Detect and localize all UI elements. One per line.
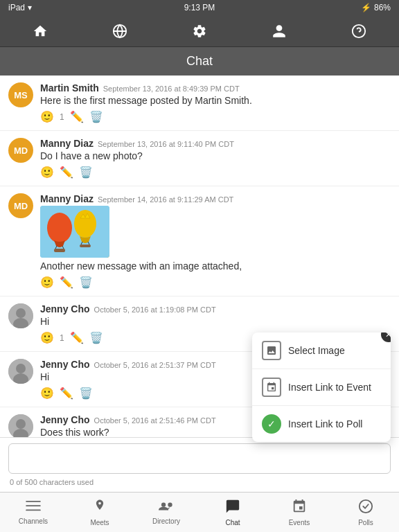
svg-point-17 bbox=[16, 364, 26, 373]
message-text: Another new message with an image attach… bbox=[40, 260, 391, 272]
avatar: MS bbox=[8, 82, 33, 107]
emoji-icon[interactable]: 🙂 bbox=[40, 331, 54, 344]
table-row: MD Manny Diaz September 14, 2016 at 9:11… bbox=[0, 186, 399, 296]
message-content: Manny Diaz September 13, 2016 at 9:11:40… bbox=[40, 138, 391, 183]
delete-icon[interactable]: 🗑️ bbox=[79, 387, 93, 400]
status-ipad: iPad bbox=[8, 3, 25, 12]
message-time: September 13, 2016 at 9:11:40 PM CDT bbox=[98, 140, 234, 148]
tab-events[interactable]: Events bbox=[266, 493, 332, 532]
delete-icon[interactable]: 🗑️ bbox=[79, 166, 93, 179]
emoji-icon[interactable]: 🙂 bbox=[40, 387, 54, 400]
message-author: Jenny Cho bbox=[40, 414, 90, 425]
insert-link-event-button[interactable]: Insert Link to Event bbox=[252, 369, 391, 406]
svg-rect-26 bbox=[26, 505, 41, 506]
status-bar: iPad ▾ 9:13 PM ⚡ 86% bbox=[0, 0, 399, 15]
reaction-count: 1 bbox=[60, 112, 64, 122]
message-header: Jenny Cho October 5, 2016 at 1:19:08 PM … bbox=[40, 303, 391, 314]
directory-tab-icon bbox=[159, 500, 174, 516]
tab-meets[interactable]: Meets bbox=[66, 493, 133, 532]
edit-icon[interactable]: ✏️ bbox=[60, 276, 73, 289]
profile-nav-icon[interactable] bbox=[266, 18, 292, 44]
avatar bbox=[8, 303, 33, 328]
message-text: Do I have a new photo? bbox=[40, 150, 391, 161]
char-count: 0 of 500 characters used bbox=[8, 477, 391, 486]
message-header: Martin Smith September 13, 2016 at 8:49:… bbox=[40, 82, 391, 94]
event-popup-icon bbox=[262, 378, 281, 397]
svg-point-30 bbox=[360, 499, 372, 512]
tab-bar: Channels Meets Directory Chat Events Pol… bbox=[0, 492, 399, 532]
message-author: Martin Smith bbox=[40, 82, 99, 94]
chat-tab-icon bbox=[225, 499, 240, 517]
svg-point-4 bbox=[47, 213, 72, 243]
polls-tab-icon bbox=[358, 499, 373, 517]
tab-directory[interactable]: Directory bbox=[133, 493, 200, 532]
bluetooth-icon: ⚡ bbox=[361, 3, 371, 12]
message-time: September 13, 2016 at 8:49:39 PM CDT bbox=[103, 85, 240, 93]
avatar bbox=[8, 414, 33, 439]
message-actions: 🙂 ✏️ 🗑️ bbox=[40, 274, 391, 293]
select-image-label: Select Image bbox=[288, 345, 345, 356]
message-text: Here is the first message posted by Mart… bbox=[40, 95, 391, 106]
status-right: ⚡ 86% bbox=[361, 3, 391, 12]
svg-rect-25 bbox=[26, 500, 41, 502]
message-time: October 5, 2016 at 1:19:08 PM CDT bbox=[94, 305, 216, 314]
edit-icon[interactable]: ✏️ bbox=[60, 166, 73, 179]
message-header: Manny Diaz September 14, 2016 at 9:11:29… bbox=[40, 193, 391, 204]
edit-icon[interactable]: ✏️ bbox=[60, 387, 73, 400]
chat-tab-label: Chat bbox=[225, 519, 240, 526]
message-actions: 🙂 ✏️ 🗑️ bbox=[40, 164, 391, 183]
edit-icon[interactable]: ✏️ bbox=[70, 331, 84, 344]
message-author: Jenny Cho bbox=[40, 303, 90, 314]
message-author: Jenny Cho bbox=[40, 359, 90, 370]
status-time: 9:13 PM bbox=[184, 3, 215, 12]
svg-point-28 bbox=[161, 502, 166, 506]
emoji-icon[interactable]: 🙂 bbox=[40, 276, 54, 289]
insert-link-event-label: Insert Link to Event bbox=[288, 382, 371, 393]
battery-level: 86% bbox=[374, 3, 391, 12]
tab-chat[interactable]: Chat bbox=[200, 493, 266, 532]
edit-icon[interactable]: ✏️ bbox=[70, 110, 84, 123]
tab-channels[interactable]: Channels bbox=[0, 493, 66, 532]
globe-nav-icon[interactable] bbox=[107, 18, 133, 44]
insert-link-poll-button[interactable]: ✓ Insert Link to Poll bbox=[252, 406, 391, 442]
wifi-icon: ▾ bbox=[28, 3, 32, 12]
status-left: iPad ▾ bbox=[8, 3, 32, 12]
settings-nav-icon[interactable] bbox=[186, 18, 213, 44]
avatar: MD bbox=[8, 193, 33, 218]
delete-icon[interactable]: 🗑️ bbox=[89, 331, 103, 344]
message-time: October 5, 2016 at 2:51:37 PM CDT bbox=[94, 361, 216, 369]
events-tab-icon bbox=[292, 499, 307, 517]
message-content: Manny Diaz September 14, 2016 at 9:11:29… bbox=[40, 193, 391, 293]
avatar: MD bbox=[8, 138, 33, 163]
home-nav-icon[interactable] bbox=[27, 18, 53, 44]
message-header: Manny Diaz September 13, 2016 at 9:11:40… bbox=[40, 138, 391, 149]
emoji-icon[interactable]: 🙂 bbox=[40, 110, 54, 123]
attachment-popup-menu: ✕ Select Image Insert Link to Event ✓ In… bbox=[252, 332, 391, 442]
polls-tab-label: Polls bbox=[358, 519, 373, 526]
message-time: October 5, 2016 at 2:51:46 PM CDT bbox=[94, 416, 216, 425]
nav-bar bbox=[0, 15, 399, 47]
svg-point-8 bbox=[74, 210, 96, 238]
channels-tab-icon bbox=[26, 500, 41, 516]
meets-tab-label: Meets bbox=[90, 519, 109, 526]
delete-icon[interactable]: 🗑️ bbox=[89, 110, 103, 123]
table-row: MD Manny Diaz September 13, 2016 at 9:11… bbox=[0, 131, 399, 186]
message-author: Manny Diaz bbox=[40, 138, 94, 149]
message-author: Manny Diaz bbox=[40, 193, 94, 204]
emoji-icon[interactable]: 🙂 bbox=[40, 166, 54, 179]
svg-point-20 bbox=[16, 419, 26, 429]
directory-tab-label: Directory bbox=[152, 517, 180, 525]
message-time: September 14, 2016 at 9:11:29 AM CDT bbox=[98, 195, 233, 204]
svg-point-29 bbox=[168, 502, 172, 506]
message-input[interactable] bbox=[8, 443, 391, 474]
insert-link-poll-label: Insert Link to Poll bbox=[288, 418, 362, 429]
select-image-button[interactable]: Select Image bbox=[252, 332, 391, 369]
meets-tab-icon bbox=[94, 499, 106, 517]
delete-icon[interactable]: 🗑️ bbox=[79, 276, 93, 289]
message-image bbox=[40, 206, 109, 258]
tab-polls[interactable]: Polls bbox=[332, 493, 399, 532]
svg-rect-11 bbox=[80, 245, 91, 247]
help-nav-icon[interactable] bbox=[346, 18, 372, 44]
avatar bbox=[8, 359, 33, 384]
svg-point-14 bbox=[16, 308, 26, 318]
